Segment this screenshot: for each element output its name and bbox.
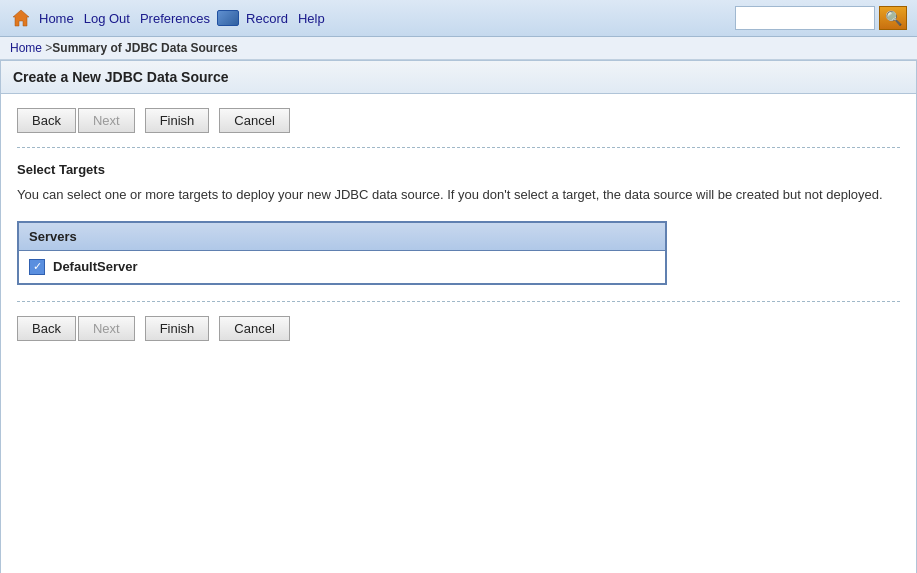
servers-table: Servers ✓ DefaultServer <box>17 221 667 285</box>
table-row: ✓ DefaultServer <box>18 250 666 284</box>
preferences-nav-link[interactable]: Preferences <box>140 11 210 26</box>
search-icon: 🔍 <box>885 10 902 26</box>
next-button-bottom[interactable]: Next <box>78 316 135 341</box>
breadcrumb: Home >Summary of JDBC Data Sources <box>0 37 917 60</box>
top-button-row: Back Next Finish Cancel <box>17 108 900 133</box>
next-button-top[interactable]: Next <box>78 108 135 133</box>
page-title: Create a New JDBC Data Source <box>1 61 916 94</box>
finish-button-top[interactable]: Finish <box>145 108 210 133</box>
default-server-name: DefaultServer <box>53 259 138 274</box>
record-icon[interactable] <box>217 10 239 26</box>
cancel-button-bottom[interactable]: Cancel <box>219 316 289 341</box>
default-server-checkbox[interactable]: ✓ <box>29 259 45 275</box>
help-nav-link[interactable]: Help <box>298 11 325 26</box>
breadcrumb-current: Summary of JDBC Data Sources <box>52 41 237 55</box>
content-inner: Back Next Finish Cancel Select Targets Y… <box>1 94 916 369</box>
home-nav-link[interactable]: Home <box>39 11 74 26</box>
navbar: Home Log Out Preferences Record Help 🔍 <box>0 0 917 37</box>
bottom-divider <box>17 301 900 302</box>
record-img <box>217 10 239 26</box>
back-button-top[interactable]: Back <box>17 108 76 133</box>
cancel-button-top[interactable]: Cancel <box>219 108 289 133</box>
section-desc: You can select one or more targets to de… <box>17 185 900 205</box>
home-icon[interactable] <box>10 7 32 29</box>
svg-marker-0 <box>13 10 29 26</box>
breadcrumb-separator: > <box>42 41 52 55</box>
section-title: Select Targets <box>17 162 900 177</box>
main-content: Create a New JDBC Data Source Back Next … <box>0 60 917 573</box>
record-nav-link[interactable]: Record <box>246 11 288 26</box>
bottom-button-row: Back Next Finish Cancel <box>17 316 900 341</box>
search-input[interactable] <box>735 6 875 30</box>
search-button[interactable]: 🔍 <box>879 6 907 30</box>
search-area: 🔍 <box>735 6 907 30</box>
logout-nav-link[interactable]: Log Out <box>84 11 130 26</box>
back-button-bottom[interactable]: Back <box>17 316 76 341</box>
server-row-default: ✓ DefaultServer <box>19 251 665 283</box>
breadcrumb-home[interactable]: Home <box>10 41 42 55</box>
top-divider <box>17 147 900 148</box>
finish-button-bottom[interactable]: Finish <box>145 316 210 341</box>
servers-header: Servers <box>18 222 666 251</box>
